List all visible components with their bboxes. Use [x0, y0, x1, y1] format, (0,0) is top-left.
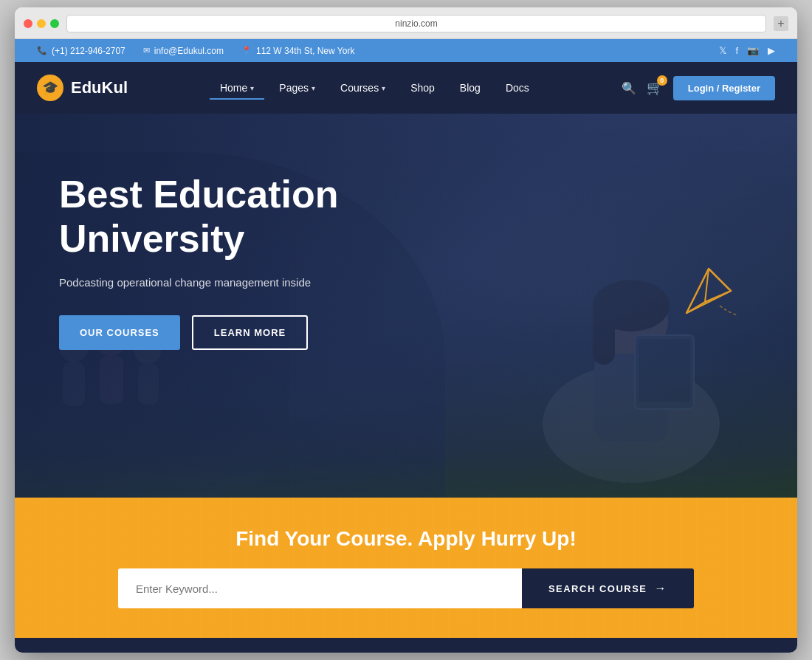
hero-title-line1: Best Education [59, 173, 339, 216]
cart-badge: 0 [657, 75, 667, 86]
nav-shop-label: Shop [410, 82, 435, 94]
navbar: 🎓 EduKul Home ▾ Pages ▾ Courses ▾ Shop B… [15, 62, 797, 114]
top-info-left: 📞 (+1) 212-946-2707 ✉ info@Edukul.com 📍 … [37, 46, 354, 56]
maximize-dot[interactable] [50, 19, 59, 28]
close-dot[interactable] [24, 19, 32, 28]
phone-icon: 📞 [37, 46, 47, 55]
facebook-link[interactable]: f [735, 45, 738, 56]
hero-title: Best Education University [59, 173, 413, 261]
location-icon: 📍 [241, 46, 252, 55]
course-search-input[interactable] [118, 568, 522, 608]
search-section-title: Find Your Course. Apply Hurry Up! [59, 527, 753, 551]
chevron-down-icon: ▾ [312, 84, 315, 92]
email-info: ✉ info@Edukul.com [143, 46, 224, 56]
nav-item-shop[interactable]: Shop [400, 76, 445, 100]
search-button[interactable]: 🔍 [622, 81, 636, 95]
browser-traffic-lights [24, 19, 59, 28]
youtube-link[interactable]: ▶ [768, 45, 775, 56]
nav-item-docs[interactable]: Docs [495, 76, 540, 100]
hero-content: Best Education University Podcasting ope… [15, 114, 458, 350]
nav-item-courses[interactable]: Courses ▾ [330, 76, 396, 100]
browser-window: ninzio.com + 📞 (+1) 212-946-2707 ✉ info@… [15, 7, 797, 653]
nav-item-home[interactable]: Home ▾ [210, 76, 264, 100]
phone-number: (+1) 212-946-2707 [52, 46, 125, 56]
arrow-right-icon: → [655, 582, 668, 595]
course-search-section: Find Your Course. Apply Hurry Up! SEARCH… [15, 498, 797, 638]
learn-more-button[interactable]: LEARN MORE [192, 315, 308, 350]
hero-section: Best Education University Podcasting ope… [15, 114, 797, 498]
search-course-label: SEARCH COURSE [548, 583, 647, 594]
dark-bottom-section [15, 638, 797, 653]
nav-pages-label: Pages [279, 82, 309, 94]
our-courses-button[interactable]: OUR COURSES [59, 315, 180, 350]
browser-chrome: ninzio.com + [15, 7, 797, 39]
twitter-link[interactable]: 𝕏 [719, 45, 726, 56]
login-register-button[interactable]: Login / Register [673, 76, 775, 100]
search-row: SEARCH COURSE → [118, 568, 694, 608]
search-course-button[interactable]: SEARCH COURSE → [522, 568, 694, 608]
nav-blog-label: Blog [460, 82, 481, 94]
new-tab-button[interactable]: + [774, 16, 788, 31]
chevron-down-icon: ▾ [250, 84, 254, 92]
cart-wrapper[interactable]: 🛒 0 [647, 80, 663, 96]
email-address: info@Edukul.com [154, 46, 224, 56]
nav-actions: 🔍 🛒 0 Login / Register [622, 76, 775, 100]
top-info-bar: 📞 (+1) 212-946-2707 ✉ info@Edukul.com 📍 … [15, 39, 797, 62]
address-info: 📍 112 W 34th St, New York [241, 46, 354, 56]
logo[interactable]: 🎓 EduKul [37, 75, 128, 101]
nav-courses-label: Courses [340, 82, 379, 94]
instagram-link[interactable]: 📷 [747, 45, 759, 56]
nav-menu: Home ▾ Pages ▾ Courses ▾ Shop Blog Docs [210, 76, 540, 100]
nav-docs-label: Docs [506, 82, 529, 94]
url-bar[interactable]: ninzio.com [66, 15, 766, 32]
minimize-dot[interactable] [37, 19, 46, 28]
hero-subtitle: Podcasting operational change management… [59, 276, 413, 289]
phone-info: 📞 (+1) 212-946-2707 [37, 46, 125, 56]
logo-text: EduKul [71, 78, 128, 97]
social-links: 𝕏 f 📷 ▶ [719, 45, 775, 56]
chevron-down-icon: ▾ [382, 84, 385, 92]
hero-title-line2: University [59, 217, 244, 260]
nav-home-label: Home [220, 82, 247, 94]
hero-buttons: OUR COURSES LEARN MORE [59, 315, 413, 350]
address-text: 112 W 34th St, New York [256, 46, 354, 56]
logo-icon: 🎓 [37, 75, 63, 101]
nav-item-blog[interactable]: Blog [450, 76, 491, 100]
paper-plane-decoration [679, 261, 738, 323]
email-icon: ✉ [143, 46, 150, 55]
nav-item-pages[interactable]: Pages ▾ [269, 76, 326, 100]
